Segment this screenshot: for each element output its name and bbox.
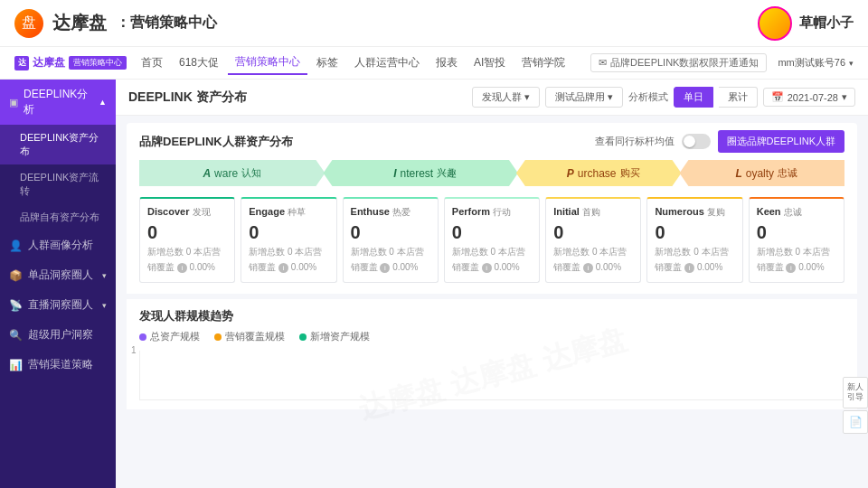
sidebar-channel-icon: 📊	[9, 359, 23, 371]
toggle-circle	[684, 136, 695, 147]
card-numerous-title: Numerous 复购	[655, 206, 734, 219]
cumulative-btn[interactable]: 累计	[719, 87, 758, 108]
float-btn-guide[interactable]: 新人引导	[843, 377, 868, 408]
nav-logo-text: 达摩盘	[33, 55, 65, 70]
sidebar-channel[interactable]: 📊 营销渠道策略	[0, 350, 116, 380]
nav-tags[interactable]: 标签	[309, 52, 345, 74]
interest-en: I	[393, 167, 396, 180]
section-title: 品牌DEEPLINK人群资产分布	[139, 134, 293, 150]
notification-banner[interactable]: ✉ 品牌DEEPLINK数据权限开通通知	[590, 53, 767, 72]
card-keen-title: Keen 忠诚	[757, 206, 836, 219]
info-icon-1[interactable]: i	[177, 263, 187, 273]
discover-audience-btn[interactable]: 发现人群 ▾	[472, 87, 540, 108]
sidebar-product-label: 单品洞察圈人	[28, 267, 93, 283]
sidebar-product-arrow: ▾	[102, 271, 107, 280]
trend-title: 发现人群规模趋势	[139, 308, 844, 324]
info-icon-7[interactable]: i	[786, 263, 796, 273]
info-icon-4[interactable]: i	[482, 263, 492, 273]
loyalty-en: L	[735, 167, 741, 180]
single-day-btn[interactable]: 单日	[674, 87, 713, 108]
legend-total-label: 总资产规模	[150, 330, 200, 343]
filter-audience-btn[interactable]: 圈选品牌DEEPLINK人群	[718, 130, 844, 153]
nav-ai[interactable]: AI智投	[467, 52, 513, 74]
aware-en: A	[203, 167, 211, 180]
legend-total-dot	[139, 333, 146, 341]
legend-new-label: 新增资产规模	[310, 330, 370, 343]
card-enthuse: Enthuse 热爱 0 新增总数 0 本店营销覆盖 i 0.00%	[343, 197, 439, 283]
card-initial: Initial 首购 0 新增总数 0 本店营销覆盖 i 0.00%	[545, 197, 641, 283]
sidebar-asset-flow[interactable]: DEEPLINK资产流转	[0, 164, 116, 204]
sidebar-deeplink-icon: ▣	[9, 97, 18, 108]
sidebar-live[interactable]: 📡 直播洞察圈人 ▾	[0, 290, 116, 320]
nav-reports[interactable]: 报表	[429, 52, 465, 74]
avatar-name: 草帽小子	[799, 14, 854, 32]
legend-new-dot	[299, 333, 307, 341]
stage-interest: Interest 兴趣	[323, 160, 517, 186]
sidebar-superuser-label: 超级用户洞察	[28, 327, 93, 343]
sidebar: ▣ DEEPLINK分析 ▲ DEEPLINK资产分布 DEEPLINK资产流转…	[0, 80, 116, 488]
toggle-switch[interactable]	[682, 134, 711, 149]
avatar-area: 草帽小子	[758, 6, 854, 41]
float-btn-doc[interactable]: 📄	[843, 410, 868, 434]
section-controls: 查看同行标杆均值 圈选品牌DEEPLINK人群	[595, 130, 844, 153]
nav-academy[interactable]: 营销学院	[514, 52, 572, 74]
stage-loyalty: Loyalty 忠诚	[679, 160, 844, 186]
card-enthuse-title: Enthuse 热爱	[351, 206, 430, 219]
legend-coverage-label: 营销覆盖规模	[225, 330, 285, 343]
sidebar-deeplink-section[interactable]: ▣ DEEPLINK分析 ▲	[0, 80, 116, 125]
nav-618[interactable]: 618大促	[172, 52, 226, 74]
sidebar-logo-mini: 达 达摩盘 营销策略中心	[14, 55, 127, 70]
funnel-stages: Aware 认知 Interest 兴趣 Purchase 购买 Loyalty…	[139, 160, 844, 186]
dropdown-icon: ▾	[524, 91, 530, 103]
date-dropdown-icon: ▾	[842, 91, 847, 103]
sidebar-product[interactable]: 📦 单品洞察圈人 ▾	[0, 260, 116, 290]
trend-section: 发现人群规模趋势 总资产规模 营销覆盖规模 新增资产规模 1 达摩盘 达摩盘 达…	[127, 299, 857, 409]
info-icon-6[interactable]: i	[684, 263, 694, 273]
card-discover: Discover 发现 0 新增总数 0 本店营销覆盖 i 0.00%	[139, 197, 235, 283]
info-icon-3[interactable]: i	[380, 263, 390, 273]
card-engage-value: 0	[249, 221, 328, 244]
cards-row: Discover 发现 0 新增总数 0 本店营销覆盖 i 0.00% Enga…	[139, 197, 844, 283]
trend-legend: 总资产规模 营销覆盖规模 新增资产规模	[139, 330, 844, 343]
chevron-down-icon: ▾	[849, 59, 854, 68]
mode-label: 分析模式	[628, 90, 668, 104]
aware-en-rest: ware	[214, 167, 238, 180]
card-perform-value: 0	[452, 221, 532, 244]
info-icon-2[interactable]: i	[278, 263, 288, 273]
sidebar-portrait-icon: 👤	[9, 239, 23, 252]
card-initial-value: 0	[553, 221, 633, 244]
card-keen-stats: 新增总数 0 本店营销覆盖 i 0.00%	[757, 244, 836, 275]
sidebar-brand-asset-label: 品牌自有资产分布	[20, 211, 99, 222]
single-day-label: 单日	[684, 91, 703, 102]
purchase-en-rest: urchase	[578, 167, 617, 180]
card-enthuse-value: 0	[351, 221, 430, 244]
date-picker[interactable]: 📅 2021-07-28 ▾	[763, 88, 855, 107]
sidebar-portrait[interactable]: 👤 人群画像分析	[0, 230, 116, 260]
chart-area: 1 达摩盘 达摩盘 达摩盘	[139, 351, 844, 400]
nav-audience[interactable]: 人群运营中心	[347, 52, 427, 74]
date-value: 2021-07-28	[788, 92, 838, 103]
card-enthuse-stats: 新增总数 0 本店营销覆盖 i 0.00%	[351, 244, 430, 275]
user-label: mm测试账号76	[778, 56, 845, 70]
test-brand-label: 测试品牌用	[555, 90, 605, 104]
sidebar-superuser[interactable]: 🔍 超级用户洞察	[0, 320, 116, 350]
mail-icon: ✉	[599, 57, 607, 69]
purchase-zh: 购买	[620, 166, 640, 180]
page-header: DEEPLINK 资产分布 发现人群 ▾ 测试品牌用 ▾ 分析模式 单日 累计	[116, 80, 868, 116]
page-title: DEEPLINK 资产分布	[128, 89, 247, 106]
nav-marketing[interactable]: 营销策略中心	[228, 51, 307, 75]
top-nav: 首页 618大促 营销策略中心 标签 人群运营中心 报表 AI智投 营销学院	[134, 51, 587, 75]
nav-logo-badge: 营销策略中心	[69, 56, 127, 70]
interest-en-rest: nterest	[401, 167, 434, 180]
header-controls: 发现人群 ▾ 测试品牌用 ▾ 分析模式 单日 累计 📅 2021-07-28	[472, 87, 855, 108]
nav-home[interactable]: 首页	[134, 52, 170, 74]
card-engage: Engage 种草 0 新增总数 0 本店营销覆盖 i 0.00%	[241, 197, 336, 283]
calendar-icon: 📅	[771, 91, 784, 103]
info-icon-5[interactable]: i	[583, 263, 593, 273]
user-info[interactable]: mm测试账号76 ▾	[778, 56, 854, 70]
sidebar-brand-asset[interactable]: 品牌自有资产分布	[0, 204, 116, 230]
sidebar-asset-dist[interactable]: DEEPLINK资产分布	[0, 125, 116, 164]
test-brand-btn[interactable]: 测试品牌用 ▾	[545, 87, 623, 108]
card-keen: Keen 忠诚 0 新增总数 0 本店营销覆盖 i 0.00%	[749, 197, 844, 283]
subtitle: ：营销策略中心	[116, 14, 217, 33]
